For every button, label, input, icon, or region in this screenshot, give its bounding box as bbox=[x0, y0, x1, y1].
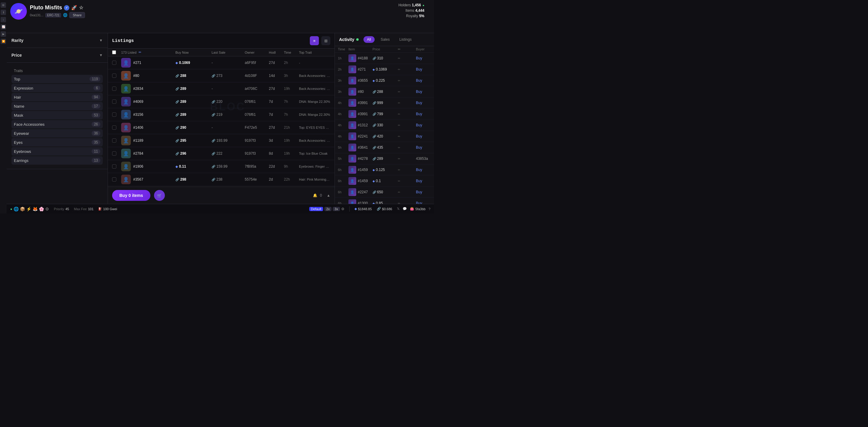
nav-icon-2[interactable]: ℹ bbox=[1, 10, 6, 15]
nav-icon-3[interactable]: ↕ bbox=[1, 17, 6, 22]
discord-icon[interactable]: 💬 bbox=[403, 207, 407, 211]
row-checkbox[interactable] bbox=[112, 99, 121, 104]
activity-panel: Activity All Sales Listings Time Item Pr… bbox=[335, 33, 434, 204]
act-buyer[interactable]: Buy bbox=[416, 145, 431, 150]
act-thumbnail: 👤 bbox=[348, 188, 356, 196]
row-checkbox[interactable] bbox=[112, 177, 121, 182]
activity-row: 5h 👤 #4278 🔗289 ✏ 43853a bbox=[335, 153, 434, 164]
app-icon-1[interactable]: 🌐 bbox=[13, 207, 19, 211]
price-filter-header[interactable]: Price ▼ bbox=[11, 52, 103, 59]
listing-time: 7h bbox=[284, 99, 299, 104]
speed-2x-badge[interactable]: 2x bbox=[324, 207, 332, 211]
act-buyer[interactable]: Buy bbox=[416, 201, 431, 204]
buy-now-price: 🔗295 bbox=[176, 139, 212, 143]
act-thumbnail: 👤 bbox=[348, 166, 356, 174]
act-buyer[interactable]: Buy bbox=[416, 167, 431, 172]
act-id: #271 bbox=[358, 67, 366, 71]
act-buyer[interactable]: Buy bbox=[416, 123, 431, 127]
act-buyer[interactable]: Buy bbox=[416, 134, 431, 139]
default-badge[interactable]: Default bbox=[309, 207, 323, 211]
last-sale-price: 🔗222 bbox=[212, 151, 245, 156]
help-icon[interactable]: ? bbox=[429, 207, 430, 211]
last-sale-price: - bbox=[212, 61, 245, 65]
row-checkbox[interactable] bbox=[112, 113, 121, 117]
row-checkbox[interactable] bbox=[112, 151, 121, 156]
app-icon-6[interactable]: ⚙ bbox=[45, 207, 49, 211]
act-buyer[interactable]: Buy bbox=[416, 112, 431, 116]
list-view-button[interactable]: ≡ bbox=[310, 36, 319, 45]
act-buyer[interactable]: Buy bbox=[416, 179, 431, 183]
filter-sidebar: Rarity ▼ Price ▼ Traits Top119Expression… bbox=[7, 33, 108, 204]
row-checkbox[interactable] bbox=[112, 164, 121, 169]
share-button[interactable]: Share bbox=[69, 12, 85, 18]
row-checkbox[interactable] bbox=[112, 87, 121, 91]
nft-thumbnail: 👤 bbox=[121, 71, 131, 81]
buy-now-price: 🔗290 bbox=[176, 125, 212, 130]
trait-item-name[interactable]: Name17 bbox=[11, 102, 103, 110]
nft-info: 👤 #80 bbox=[121, 71, 176, 81]
last-sale-price: - bbox=[212, 87, 245, 91]
row-checkbox[interactable] bbox=[112, 139, 121, 143]
trait-item-mask[interactable]: Mask53 bbox=[11, 111, 103, 119]
act-time: 4h bbox=[338, 123, 348, 127]
act-buyer[interactable]: Buy bbox=[416, 190, 431, 194]
star-icon[interactable]: ☆ bbox=[79, 5, 83, 10]
tab-all[interactable]: All bbox=[364, 36, 375, 43]
wallet-icon[interactable]: 👛 bbox=[410, 207, 414, 211]
nav-icon-5[interactable]: ▶ bbox=[1, 31, 6, 37]
listing-time: 7h bbox=[284, 113, 299, 117]
owner: 4d108F bbox=[245, 73, 269, 78]
nft-id: #3156 bbox=[133, 113, 143, 117]
app-icon-3[interactable]: ⚡ bbox=[26, 207, 31, 211]
nft-thumbnail: 👤 bbox=[121, 58, 131, 67]
twitter-icon[interactable]: 𝕏 bbox=[397, 207, 400, 211]
trait-item-hair[interactable]: Hair94 bbox=[11, 93, 103, 101]
listing-time: 19h bbox=[284, 87, 299, 91]
act-id: #1459 bbox=[358, 167, 368, 172]
grid-view-button[interactable]: ⊞ bbox=[321, 36, 330, 45]
top-trait: - bbox=[299, 61, 330, 64]
nav-icon-1[interactable]: ⊞ bbox=[1, 2, 6, 8]
act-nft-info: 👤 #80 bbox=[348, 88, 373, 96]
row-checkbox[interactable] bbox=[112, 73, 121, 78]
nft-thumbnail: 👤 bbox=[121, 136, 131, 145]
nft-thumbnail: 👤 bbox=[121, 123, 131, 132]
act-time: 5h bbox=[338, 157, 348, 160]
trait-item-face-accessories[interactable]: Face Accessories26 bbox=[11, 120, 103, 128]
app-icon-2[interactable]: 📦 bbox=[20, 207, 25, 211]
listings-title: Listings bbox=[112, 38, 134, 43]
act-buyer[interactable]: Buy bbox=[416, 90, 431, 94]
rarity-filter-header[interactable]: Rarity ▼ bbox=[11, 37, 103, 44]
owner: a4706C bbox=[245, 87, 269, 91]
trait-item-expression[interactable]: Expression6 bbox=[11, 84, 103, 92]
act-buyer[interactable]: Buy bbox=[416, 79, 431, 83]
price-label: Price bbox=[11, 53, 22, 58]
app-icon-5[interactable]: 🌸 bbox=[39, 207, 44, 211]
act-buyer[interactable]: Buy bbox=[416, 67, 431, 71]
tab-sales[interactable]: Sales bbox=[377, 36, 393, 43]
act-edit-icon: ✏ bbox=[398, 90, 416, 93]
select-all-checkbox[interactable] bbox=[112, 50, 116, 54]
globe-icon[interactable]: 🌐 bbox=[63, 13, 67, 17]
buy-items-button[interactable]: Buy 0 items bbox=[112, 190, 150, 201]
trait-item-top[interactable]: Top119 bbox=[11, 75, 103, 83]
price-arrow-icon: ▼ bbox=[99, 53, 103, 57]
trait-item-eyes[interactable]: Eyes35 bbox=[11, 138, 103, 147]
nav-icon-4[interactable]: 📈 bbox=[1, 24, 6, 30]
status-icons: ● 🌐 📦 ⚡ 🦊 🌸 ⚙ bbox=[10, 207, 49, 211]
cart-button[interactable]: 🛒 bbox=[154, 190, 165, 201]
trait-item-eyewear[interactable]: Eyewear36 bbox=[11, 129, 103, 138]
trait-item-eyebrows[interactable]: Eyebrows11 bbox=[11, 147, 103, 156]
speed-3x-badge[interactable]: 3x bbox=[333, 207, 340, 211]
row-checkbox[interactable] bbox=[112, 61, 121, 65]
col-trait-header: Top Trait bbox=[299, 50, 330, 54]
app-icon-4[interactable]: 🦊 bbox=[33, 207, 38, 211]
settings-icon[interactable]: ⚙ bbox=[341, 207, 344, 211]
trait-item-earrings[interactable]: Earrings13 bbox=[11, 156, 103, 165]
tab-listings[interactable]: Listings bbox=[396, 36, 415, 43]
row-checkbox[interactable] bbox=[112, 125, 121, 130]
nav-icon-6[interactable]: 🔽 bbox=[1, 39, 6, 44]
act-buyer[interactable]: Buy bbox=[416, 56, 431, 60]
act-col-buyer: Buyer bbox=[416, 47, 431, 51]
act-buyer[interactable]: Buy bbox=[416, 101, 431, 105]
